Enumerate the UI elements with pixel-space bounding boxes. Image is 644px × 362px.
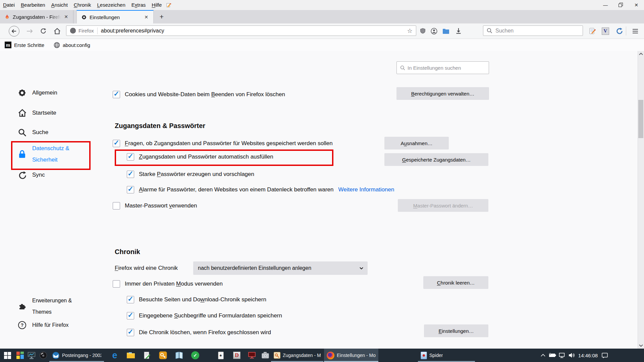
explorer-folder-icon[interactable] bbox=[126, 349, 136, 362]
checkbox-label[interactable]: Fragen, ob Zugangsdaten und Passwörter f… bbox=[125, 140, 333, 147]
scrollbar[interactable] bbox=[638, 51, 644, 349]
notes-extension-icon[interactable] bbox=[588, 23, 596, 39]
forward-button[interactable] bbox=[25, 23, 34, 39]
edge-icon[interactable]: e bbox=[110, 349, 120, 362]
v-extension-icon[interactable]: V bbox=[601, 23, 610, 39]
menu-chronik[interactable]: Chronik bbox=[71, 0, 94, 10]
more-info-link[interactable]: Weitere Informationen bbox=[338, 186, 394, 193]
checkbox-label[interactable]: Alarme für Passwörter, deren Websites vo… bbox=[139, 186, 334, 193]
glass-panes-icon[interactable] bbox=[174, 349, 184, 362]
checkbox-master-password[interactable]: ✓ bbox=[113, 202, 120, 209]
tab-close-icon[interactable]: ✕ bbox=[62, 12, 70, 21]
green-check-icon[interactable]: ✓ bbox=[190, 349, 200, 362]
checkbox-label[interactable]: Die Chronik löschen, wenn Firefox geschl… bbox=[139, 329, 271, 336]
search-icon bbox=[400, 65, 405, 70]
checkbox-ask-save[interactable]: ✓ bbox=[113, 140, 120, 147]
minimize-button[interactable]: — bbox=[598, 0, 613, 10]
menu-hilfe[interactable]: Hilfe bbox=[149, 0, 165, 10]
checkbox-form-history[interactable]: ✓ bbox=[127, 312, 134, 319]
camera-icon[interactable] bbox=[260, 349, 270, 362]
history-mode-select[interactable]: nach benutzerdefinierten Einstellungen a… bbox=[193, 261, 368, 275]
highlight-box-autofill bbox=[115, 149, 333, 166]
exceptions-button[interactable]: Ausnahmen… bbox=[384, 137, 449, 149]
search-bar[interactable]: Suchen bbox=[483, 25, 583, 36]
hamburger-menu-icon[interactable] bbox=[631, 23, 640, 39]
document-editor-icon[interactable] bbox=[142, 349, 152, 362]
manage-permissions-button[interactable]: Berechtigungen verwalten… bbox=[396, 87, 489, 100]
task-spider[interactable]: Spider bbox=[418, 349, 475, 362]
clock[interactable]: 14:46:08 bbox=[578, 349, 598, 362]
monitor-chart-icon[interactable] bbox=[26, 349, 37, 362]
account-icon[interactable] bbox=[430, 23, 438, 39]
camera-circle-icon[interactable] bbox=[38, 349, 48, 362]
checkbox-strong-passwords[interactable]: ✓ bbox=[127, 171, 134, 178]
red-monitor-icon[interactable] bbox=[247, 349, 257, 362]
download-icon[interactable] bbox=[454, 23, 463, 39]
network-icon[interactable] bbox=[557, 349, 567, 362]
checkbox-clear-on-close[interactable]: ✓ bbox=[127, 329, 134, 336]
start-button[interactable] bbox=[0, 349, 15, 362]
saved-logins-button[interactable]: Gespeicherte Zugangsdaten… bbox=[384, 153, 488, 166]
checkbox-cookies[interactable]: ✓ bbox=[113, 91, 120, 98]
notes-pencil-icon[interactable] bbox=[166, 2, 171, 8]
bookmark-about-config[interactable]: about:config bbox=[54, 42, 90, 48]
tab-close-icon[interactable]: ✕ bbox=[142, 13, 151, 21]
url-bar[interactable]: Firefox about:preferences#privacy ☆ bbox=[66, 25, 416, 36]
new-tab-button[interactable]: + bbox=[157, 12, 166, 21]
checkbox-label[interactable]: Master-Passwort verwenden bbox=[125, 202, 197, 209]
home-icon[interactable] bbox=[52, 23, 62, 39]
menu-datei[interactable]: Datei bbox=[0, 0, 18, 10]
battery-icon[interactable] bbox=[547, 349, 557, 362]
bookmarks-bar: m Erste Schritte about:config bbox=[0, 39, 644, 51]
check-icon: ✓ bbox=[127, 170, 133, 178]
scroll-down-icon[interactable] bbox=[639, 343, 643, 348]
shield-icon[interactable] bbox=[419, 23, 427, 39]
checkbox-breach-alerts[interactable]: ✓ bbox=[127, 186, 134, 193]
checkbox-label[interactable]: Eingegebene Suchbegriffe und Formulardat… bbox=[139, 312, 282, 319]
action-center-icon[interactable] bbox=[600, 349, 610, 362]
sidebar-item-suche[interactable]: Suche bbox=[17, 127, 48, 137]
url-text[interactable]: about:preferences#privacy bbox=[101, 28, 407, 34]
bookmark-star-icon[interactable]: ☆ bbox=[407, 27, 413, 35]
tab-zugangsdaten[interactable]: Zugangsdaten - Firefox Allg ✕ bbox=[0, 10, 73, 23]
scroll-up-icon[interactable] bbox=[639, 52, 643, 56]
photos-tiles-icon[interactable] bbox=[15, 349, 25, 362]
checkbox-label[interactable]: Cookies und Website-Daten beim Beenden v… bbox=[125, 91, 285, 98]
task-thunderbird[interactable]: Posteingang - 2002An… bbox=[49, 349, 104, 362]
menu-extras[interactable]: Extras bbox=[128, 0, 149, 10]
scrollbar-thumb[interactable] bbox=[638, 100, 643, 138]
library-folder-icon[interactable] bbox=[441, 23, 450, 39]
task-firefox-settings[interactable]: Einstellungen - Mozill… bbox=[324, 349, 378, 362]
solitaire-card-icon[interactable]: ♠ bbox=[216, 349, 226, 362]
reload-icon[interactable] bbox=[39, 23, 48, 39]
tab-einstellungen[interactable]: Einstellungen ✕ bbox=[76, 10, 154, 23]
d-app-icon[interactable]: D bbox=[232, 349, 242, 362]
keepass-icon[interactable] bbox=[158, 349, 168, 362]
sync-extension-icon[interactable] bbox=[614, 23, 623, 39]
clear-settings-button[interactable]: Einstellungen… bbox=[424, 324, 488, 337]
chevron-down-icon bbox=[360, 267, 363, 269]
row-clear-on-close: ✓ Die Chronik löschen, wenn Firefox gesc… bbox=[127, 329, 271, 336]
sidebar-item-hilfe[interactable]: ? Hilfe für Firefox bbox=[17, 319, 68, 331]
checkbox-label[interactable]: Immer den Privaten Modus verwenden bbox=[125, 281, 223, 287]
close-button[interactable]: ✕ bbox=[629, 0, 644, 10]
sidebar-item-allgemein[interactable]: Allgemein bbox=[17, 88, 57, 98]
sidebar-item-sync[interactable]: Sync bbox=[17, 170, 45, 180]
menu-ansicht[interactable]: Ansicht bbox=[48, 0, 71, 10]
sidebar-item-startseite[interactable]: Startseite bbox=[17, 108, 56, 118]
tray-chevron-up-icon[interactable] bbox=[539, 349, 547, 362]
checkbox-label[interactable]: Besuchte Seiten und Download-Chronik spe… bbox=[139, 296, 266, 303]
checkbox-private-mode[interactable]: ✓ bbox=[113, 280, 120, 288]
speaker-icon[interactable] bbox=[567, 349, 577, 362]
bookmark-erste-schritte[interactable]: m Erste Schritte bbox=[5, 42, 44, 48]
checkbox-label[interactable]: Starke Passwörter erzeugen und vorschlag… bbox=[139, 171, 254, 178]
back-button[interactable] bbox=[8, 23, 20, 39]
menu-lesezeichen[interactable]: Lesezeichen bbox=[94, 0, 128, 10]
task-firefox-logins[interactable]: Zugangsdaten - Mozil… bbox=[271, 349, 323, 362]
clear-history-button[interactable]: Chronik leeren… bbox=[423, 276, 488, 289]
settings-search-input[interactable]: In Einstellungen suchen bbox=[396, 61, 489, 74]
sidebar-item-erweiterungen[interactable]: Erweiterungen &Themes bbox=[17, 295, 72, 318]
menu-bearbeiten[interactable]: Bearbeiten bbox=[18, 0, 48, 10]
restore-button[interactable] bbox=[613, 0, 629, 10]
checkbox-browsing-history[interactable]: ✓ bbox=[127, 296, 134, 303]
